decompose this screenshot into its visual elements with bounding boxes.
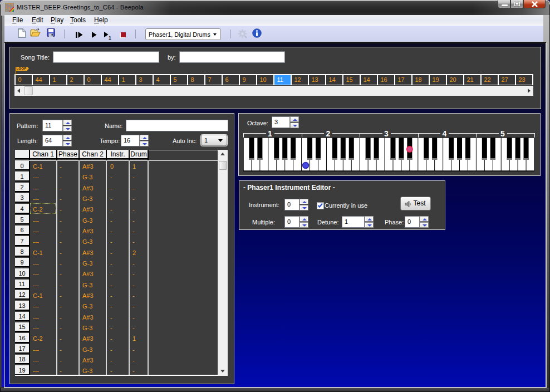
svg-text:1: 1	[109, 35, 111, 40]
